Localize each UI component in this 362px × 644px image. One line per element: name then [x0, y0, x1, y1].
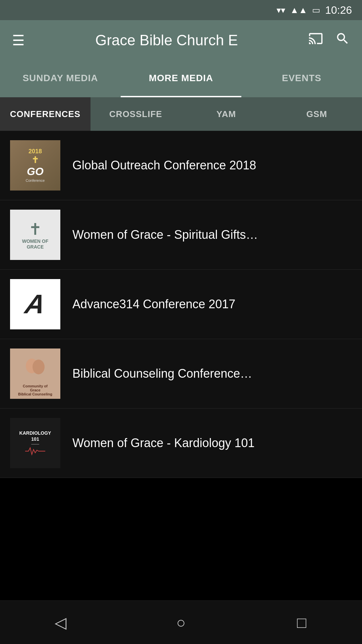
status-icons: ▾▾ ▲▲ ▭ 10:26	[277, 4, 352, 16]
wifi-icon: ▾▾	[277, 5, 285, 15]
tab-events[interactable]: EVENTS	[241, 60, 362, 97]
thumb-go-image: 2018 ✝ GO Conference	[10, 140, 60, 191]
item-title: Biblical Counseling Conference…	[72, 366, 252, 382]
search-icon[interactable]	[335, 31, 350, 49]
back-button[interactable]: ◁	[44, 606, 77, 639]
battery-icon: ▭	[312, 5, 320, 15]
recent-button[interactable]: □	[285, 606, 318, 639]
app-title: Grace Bible Church E	[25, 32, 308, 49]
item-thumbnail: KARDIOLOGY101 ───	[10, 418, 60, 468]
tab-sunday-media[interactable]: SUNDAY MEDIA	[0, 60, 121, 97]
list-item[interactable]: KARDIOLOGY101 ─── Women of Grace - Kardi…	[0, 409, 362, 478]
item-title: Advance314 Conference 2017	[72, 297, 235, 312]
item-title: Women of Grace - Spiritual Gifts…	[72, 227, 258, 243]
item-thumbnail: A	[10, 279, 60, 329]
bottom-nav: ◁ ○ □	[0, 600, 362, 644]
subtab-gsm[interactable]: GSM	[272, 97, 362, 131]
header-actions	[308, 31, 350, 49]
signal-icon: ▲▲	[290, 5, 307, 15]
status-bar: ▾▾ ▲▲ ▭ 10:26	[0, 0, 362, 20]
subtab-yam[interactable]: YAM	[181, 97, 272, 131]
menu-icon[interactable]: ☰	[12, 32, 25, 49]
list-item[interactable]: 2018 ✝ GO Conference Global Outreach Con…	[0, 131, 362, 200]
cast-icon[interactable]	[308, 31, 323, 49]
subtab-conferences[interactable]: CONFERENCES	[0, 97, 90, 131]
item-thumbnail: Community ofGraceBiblical Counseling	[10, 348, 60, 399]
home-button[interactable]: ○	[164, 606, 198, 639]
subtab-crosslife[interactable]: CROSSLIFE	[90, 97, 181, 131]
thumb-adv-image: A	[10, 279, 60, 329]
content-list: 2018 ✝ GO Conference Global Outreach Con…	[0, 131, 362, 478]
list-item[interactable]: ✝ WOMEN OFGRACE Women of Grace - Spiritu…	[0, 200, 362, 270]
thumb-kard-image: KARDIOLOGY101 ───	[10, 418, 60, 468]
item-title: Global Outreach Conference 2018	[72, 158, 256, 173]
item-thumbnail: ✝ WOMEN OFGRACE	[10, 210, 60, 260]
tab-more-media[interactable]: MORE MEDIA	[121, 60, 241, 97]
status-time: 10:26	[325, 4, 352, 16]
bottom-nav-spacer	[0, 478, 362, 522]
list-item[interactable]: Community ofGraceBiblical Counseling Bib…	[0, 339, 362, 409]
thumb-counsel-image: Community ofGraceBiblical Counseling	[10, 348, 60, 399]
sub-tabs: CONFERENCES CROSSLIFE YAM GSM	[0, 97, 362, 131]
app-header: ☰ Grace Bible Church E	[0, 20, 362, 60]
item-title: Women of Grace - Kardiology 101	[72, 435, 255, 451]
main-tabs: SUNDAY MEDIA MORE MEDIA EVENTS	[0, 60, 362, 97]
list-item[interactable]: A Advance314 Conference 2017	[0, 270, 362, 339]
item-thumbnail: 2018 ✝ GO Conference	[10, 140, 60, 191]
thumb-wog-image: ✝ WOMEN OFGRACE	[10, 210, 60, 260]
svg-point-1	[33, 360, 45, 374]
